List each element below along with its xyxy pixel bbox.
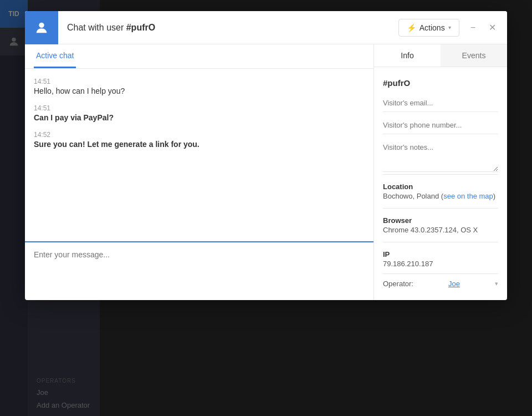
location-city: Bochowo <box>383 192 412 200</box>
message-text-3: Sure you can! Let me generate a link for… <box>34 140 365 149</box>
info-content: #pufrO Location Bochowo, Poland (see on … <box>374 67 507 300</box>
location-country: Poland <box>417 192 439 200</box>
divider-2 <box>383 208 498 209</box>
visitor-email-input[interactable] <box>383 94 498 112</box>
visitor-notes-input[interactable] <box>383 139 498 172</box>
info-panel: Info Events #pufrO Location Bochowo, Pol… <box>374 44 507 300</box>
tab-events[interactable]: Events <box>441 44 507 67</box>
browser-value: Chrome 43.0.2357.124, OS X <box>383 226 498 234</box>
ip-section: IP 79.186.210.187 <box>383 245 498 273</box>
operator-row: Operator: Joe ▾ <box>383 273 498 293</box>
location-section: Location Bochowo, Poland (see on the map… <box>383 177 498 206</box>
location-label: Location <box>383 182 498 191</box>
operator-name[interactable]: Joe <box>448 280 460 288</box>
message-block-2: 14:51 Can I pay via PayPal? <box>34 104 365 122</box>
divider-3 <box>383 242 498 242</box>
actions-button[interactable]: ⚡ Actions ▾ <box>398 19 459 37</box>
close-button[interactable]: ✕ <box>487 21 498 34</box>
message-block-3: 14:52 Sure you can! Let me generate a li… <box>34 131 365 149</box>
location-value: Bochowo, Poland (see on the map) <box>383 192 498 200</box>
message-block-1: 14:51 Hello, how can I help you? <box>34 78 365 95</box>
visitor-phone-input[interactable] <box>383 116 498 134</box>
modal-body: Active chat 14:51 Hello, how can I help … <box>25 44 507 300</box>
message-time-3: 14:52 <box>34 131 365 139</box>
modal-header: Chat with user #pufrO ⚡ Actions ▾ − ✕ <box>25 11 507 44</box>
browser-section: Browser Chrome 43.0.2357.124, OS X <box>383 211 498 240</box>
divider-1 <box>383 174 498 175</box>
chat-tabs: Active chat <box>25 44 374 69</box>
operator-label: Operator: <box>383 280 413 288</box>
modal-overlay: Chat with user #pufrO ⚡ Actions ▾ − ✕ Ac… <box>0 0 532 416</box>
chevron-down-icon: ▾ <box>448 24 451 31</box>
modal-title: Chat with user #pufrO <box>58 23 398 33</box>
info-tabs: Info Events <box>374 44 507 67</box>
ip-value: 79.186.210.187 <box>383 260 498 268</box>
operator-chevron-icon: ▾ <box>495 280 498 287</box>
modal-title-prefix: Chat with user <box>67 23 126 32</box>
browser-label: Browser <box>383 216 498 225</box>
chat-area: Active chat 14:51 Hello, how can I help … <box>25 44 374 300</box>
chat-modal: Chat with user #pufrO ⚡ Actions ▾ − ✕ Ac… <box>25 11 507 300</box>
chat-input[interactable] <box>25 242 374 298</box>
bolt-icon: ⚡ <box>407 23 416 32</box>
chat-input-area <box>25 241 374 300</box>
svg-point-1 <box>39 22 44 27</box>
tab-info[interactable]: Info <box>374 44 441 67</box>
ip-label: IP <box>383 250 498 258</box>
info-username: #pufrO <box>383 74 498 94</box>
message-text-1: Hello, how can I help you? <box>34 87 365 95</box>
map-link[interactable]: see on the map <box>443 192 493 200</box>
modal-username: #pufrO <box>126 23 155 32</box>
minimize-button[interactable]: − <box>468 21 478 34</box>
modal-avatar <box>25 11 58 44</box>
chat-messages: 14:51 Hello, how can I help you? 14:51 C… <box>25 69 374 241</box>
modal-controls: − ✕ <box>468 21 498 34</box>
message-time-2: 14:51 <box>34 104 365 112</box>
tab-active-chat[interactable]: Active chat <box>34 44 76 68</box>
actions-button-label: Actions <box>420 23 445 32</box>
message-time-1: 14:51 <box>34 78 365 85</box>
message-text-2: Can I pay via PayPal? <box>34 113 365 122</box>
